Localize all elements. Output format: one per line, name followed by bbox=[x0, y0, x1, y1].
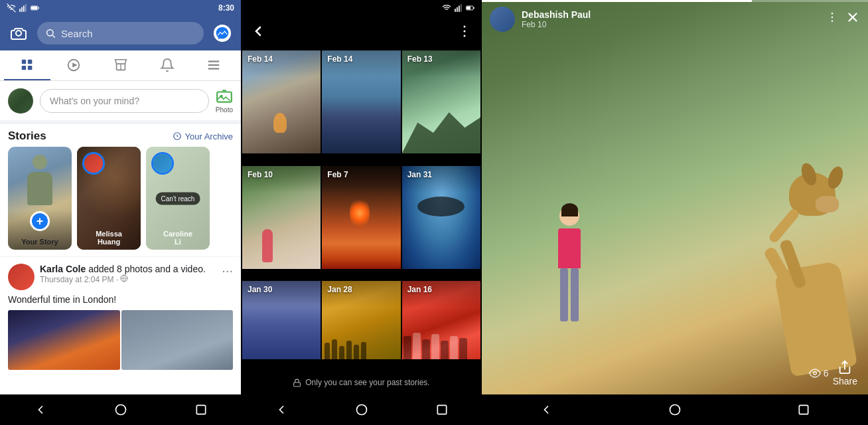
feed-android-nav bbox=[0, 394, 241, 425]
fb-nav bbox=[0, 50, 241, 81]
viewer-home-nav[interactable] bbox=[655, 396, 695, 423]
archive-status-bar bbox=[241, 0, 482, 16]
archive-cell-7[interactable]: Jan 28 bbox=[322, 281, 400, 359]
stories-title: Stories bbox=[8, 129, 46, 143]
camera-button[interactable] bbox=[7, 21, 31, 45]
viewer-back-nav[interactable] bbox=[526, 396, 566, 423]
archive-button[interactable]: Your Archive bbox=[173, 131, 233, 141]
archive-cell-1[interactable]: Feb 14 bbox=[322, 50, 400, 153]
archive-cell-4[interactable]: Feb 7 bbox=[322, 166, 400, 269]
archive-more-button[interactable] bbox=[457, 23, 472, 43]
svg-marker-16 bbox=[72, 62, 77, 67]
more-options-icon bbox=[457, 23, 472, 39]
feed-nav-recent-icon bbox=[194, 403, 208, 416]
archive-battery-icon bbox=[466, 3, 475, 13]
archive-cell-2[interactable]: Feb 13 bbox=[402, 50, 480, 153]
nav-recent-icon bbox=[435, 403, 449, 416]
svg-rect-38 bbox=[437, 405, 446, 414]
story-card-caroline[interactable]: Can't reach CarolineLi bbox=[146, 147, 210, 250]
svg-rect-36 bbox=[294, 382, 301, 386]
viewer-close-button[interactable] bbox=[845, 10, 860, 29]
post-image-1 bbox=[8, 310, 120, 370]
svg-point-48 bbox=[115, 405, 125, 415]
share-label: Share bbox=[833, 376, 857, 386]
panel-feed: 8:30 Search bbox=[0, 0, 241, 425]
archive-cell-0[interactable]: Feb 14 bbox=[242, 50, 321, 153]
search-icon bbox=[45, 28, 56, 39]
svg-point-40 bbox=[832, 17, 833, 19]
archive-home-nav[interactable] bbox=[342, 396, 382, 423]
svg-line-9 bbox=[52, 35, 55, 38]
post-text: Wonderful time in London! bbox=[8, 294, 233, 305]
viewer-topbar: Debashish Paul Feb 10 bbox=[482, 2, 868, 37]
story-card-melissa[interactable]: MelissaHuang bbox=[77, 147, 141, 250]
messenger-button[interactable] bbox=[210, 21, 234, 45]
viewer-nav-back-icon bbox=[540, 403, 553, 416]
nav-feed[interactable] bbox=[4, 50, 50, 80]
archive-date-7: Jan 28 bbox=[327, 285, 352, 294]
archive-wifi-icon bbox=[442, 3, 451, 13]
archive-icon bbox=[173, 131, 182, 141]
close-icon bbox=[845, 10, 860, 25]
archive-cell-5[interactable]: Jan 31 bbox=[402, 166, 480, 269]
svg-rect-32 bbox=[467, 7, 470, 10]
feed-nav-back-icon bbox=[34, 403, 47, 416]
photo-button[interactable]: Photo bbox=[216, 88, 233, 114]
archive-android-nav bbox=[241, 394, 482, 425]
svg-rect-3 bbox=[25, 4, 27, 12]
svg-point-33 bbox=[464, 26, 466, 28]
archive-cell-6[interactable]: Jan 30 bbox=[242, 281, 321, 359]
feed-back-nav[interactable] bbox=[21, 396, 60, 423]
nav-menu[interactable] bbox=[190, 50, 237, 80]
messenger-icon bbox=[213, 24, 232, 42]
camera-icon bbox=[11, 25, 27, 41]
svg-rect-12 bbox=[28, 59, 32, 63]
melissa-avatar bbox=[82, 152, 105, 175]
archive-date-3: Feb 10 bbox=[248, 170, 273, 179]
viewer-nav-recent-icon bbox=[797, 403, 810, 416]
compose-input[interactable]: What's on your mind? bbox=[40, 89, 209, 113]
eye-icon bbox=[809, 367, 821, 379]
archive-topbar bbox=[241, 16, 482, 50]
feed-recent-nav[interactable] bbox=[181, 396, 221, 423]
svg-point-34 bbox=[464, 31, 466, 33]
svg-rect-29 bbox=[461, 4, 462, 12]
post-more-button[interactable]: ··· bbox=[222, 264, 233, 277]
nav-notifications[interactable] bbox=[144, 50, 190, 80]
views-count: 6 bbox=[824, 368, 829, 379]
archive-label: Your Archive bbox=[184, 131, 233, 141]
post-images bbox=[8, 310, 233, 370]
share-button[interactable]: Share bbox=[833, 360, 857, 386]
search-bar[interactable]: Search bbox=[37, 22, 204, 44]
caroline-avatar bbox=[151, 152, 174, 175]
viewer-more-icon bbox=[826, 11, 839, 24]
archive-status-icons bbox=[442, 3, 475, 13]
battery-icon bbox=[31, 3, 40, 13]
photo-icon bbox=[216, 88, 233, 105]
back-arrow-icon bbox=[250, 23, 266, 39]
nav-marketplace[interactable] bbox=[97, 50, 143, 80]
viewer-username: Debashish Paul bbox=[522, 9, 819, 20]
nav-watch[interactable] bbox=[50, 50, 97, 80]
archive-cell-3[interactable]: Feb 10 bbox=[242, 166, 321, 269]
archive-back-nav[interactable] bbox=[261, 396, 301, 423]
viewer-more-button[interactable] bbox=[826, 11, 839, 28]
svg-point-35 bbox=[464, 35, 466, 37]
stories-row: + Your Story MelissaHuang Can't reach Ca… bbox=[0, 147, 241, 256]
viewer-recent-nav[interactable] bbox=[784, 396, 824, 423]
archive-cell-8[interactable]: Jan 16 bbox=[402, 281, 480, 359]
svg-rect-13 bbox=[22, 65, 26, 69]
add-story-btn[interactable]: + bbox=[30, 211, 50, 231]
post-image-2 bbox=[121, 310, 234, 370]
back-button[interactable] bbox=[250, 23, 266, 43]
archive-grid: Feb 14 Feb 14 Feb 13 Feb 10 Feb 7 bbox=[241, 50, 482, 371]
add-story-card[interactable]: + Your Story bbox=[8, 147, 72, 250]
search-placeholder: Search bbox=[61, 28, 93, 39]
bell-icon bbox=[160, 58, 175, 72]
viewer-android-nav bbox=[482, 394, 868, 425]
archive-recent-nav[interactable] bbox=[422, 396, 462, 423]
globe-icon bbox=[120, 274, 128, 282]
archive-footer-text: Only you can see your past stories. bbox=[305, 378, 429, 387]
feed-home-nav[interactable] bbox=[101, 396, 141, 423]
svg-point-7 bbox=[16, 31, 21, 36]
